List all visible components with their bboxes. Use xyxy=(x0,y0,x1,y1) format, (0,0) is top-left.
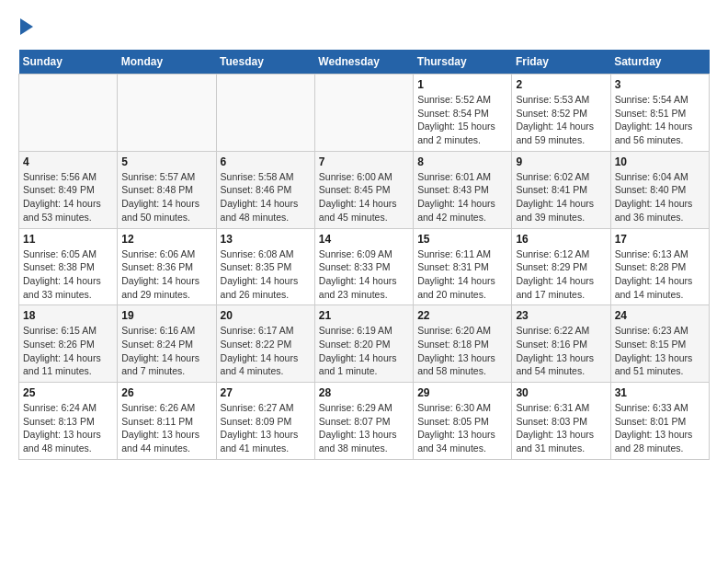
calendar-week-row: 18Sunrise: 6:15 AMSunset: 8:26 PMDayligh… xyxy=(19,305,710,383)
day-number: 30 xyxy=(516,386,606,399)
day-info: Sunrise: 6:26 AMSunset: 8:11 PMDaylight:… xyxy=(121,401,211,455)
page-header xyxy=(18,18,710,35)
day-number: 6 xyxy=(221,155,311,168)
calendar-day-cell: 28Sunrise: 6:29 AMSunset: 8:07 PMDayligh… xyxy=(314,383,413,460)
day-info: Sunrise: 6:16 AMSunset: 8:24 PMDaylight:… xyxy=(121,324,211,378)
calendar-day-cell xyxy=(19,75,118,152)
calendar-day-cell: 18Sunrise: 6:15 AMSunset: 8:26 PMDayligh… xyxy=(19,305,118,383)
day-info: Sunrise: 6:11 AMSunset: 8:31 PMDaylight:… xyxy=(417,247,507,302)
day-number: 31 xyxy=(615,386,705,399)
day-number: 2 xyxy=(516,78,606,91)
calendar-day-cell: 11Sunrise: 6:05 AMSunset: 8:38 PMDayligh… xyxy=(19,228,118,305)
day-number: 28 xyxy=(319,386,409,399)
day-info: Sunrise: 6:06 AMSunset: 8:36 PMDaylight:… xyxy=(121,247,211,302)
day-number: 9 xyxy=(516,155,606,168)
day-of-week-header: Friday xyxy=(512,50,610,75)
day-number: 22 xyxy=(417,309,507,322)
calendar-day-cell: 30Sunrise: 6:31 AMSunset: 8:03 PMDayligh… xyxy=(512,383,610,460)
calendar-table: SundayMondayTuesdayWednesdayThursdayFrid… xyxy=(18,50,710,460)
day-info: Sunrise: 5:56 AMSunset: 8:49 PMDaylight:… xyxy=(23,170,113,224)
calendar-day-cell: 1Sunrise: 5:52 AMSunset: 8:54 PMDaylight… xyxy=(414,75,512,152)
calendar-day-cell: 8Sunrise: 6:01 AMSunset: 8:43 PMDaylight… xyxy=(414,151,512,228)
day-info: Sunrise: 6:23 AMSunset: 8:15 PMDaylight:… xyxy=(615,324,705,378)
calendar-day-cell: 16Sunrise: 6:12 AMSunset: 8:29 PMDayligh… xyxy=(512,228,610,305)
calendar-day-cell: 25Sunrise: 6:24 AMSunset: 8:13 PMDayligh… xyxy=(19,383,118,460)
day-of-week-header: Saturday xyxy=(610,50,709,75)
day-info: Sunrise: 5:57 AMSunset: 8:48 PMDaylight:… xyxy=(121,170,211,224)
day-info: Sunrise: 6:19 AMSunset: 8:20 PMDaylight:… xyxy=(319,324,409,378)
calendar-week-row: 11Sunrise: 6:05 AMSunset: 8:38 PMDayligh… xyxy=(19,228,710,305)
calendar-week-row: 4Sunrise: 5:56 AMSunset: 8:49 PMDaylight… xyxy=(19,151,710,228)
calendar-day-cell: 4Sunrise: 5:56 AMSunset: 8:49 PMDaylight… xyxy=(19,151,118,228)
day-number: 3 xyxy=(615,78,705,91)
day-info: Sunrise: 6:02 AMSunset: 8:41 PMDaylight:… xyxy=(516,170,606,224)
day-number: 1 xyxy=(417,78,507,91)
day-number: 29 xyxy=(417,386,507,399)
day-number: 7 xyxy=(319,155,409,168)
calendar-week-row: 25Sunrise: 6:24 AMSunset: 8:13 PMDayligh… xyxy=(19,383,710,460)
day-info: Sunrise: 6:01 AMSunset: 8:43 PMDaylight:… xyxy=(417,170,507,224)
calendar-day-cell xyxy=(216,75,314,152)
calendar-day-cell: 22Sunrise: 6:20 AMSunset: 8:18 PMDayligh… xyxy=(414,305,512,383)
calendar-day-cell: 2Sunrise: 5:53 AMSunset: 8:52 PMDaylight… xyxy=(512,75,610,152)
calendar-day-cell: 5Sunrise: 5:57 AMSunset: 8:48 PMDaylight… xyxy=(118,151,216,228)
day-number: 20 xyxy=(221,309,311,322)
calendar-day-cell: 10Sunrise: 6:04 AMSunset: 8:40 PMDayligh… xyxy=(610,151,709,228)
calendar-day-cell: 21Sunrise: 6:19 AMSunset: 8:20 PMDayligh… xyxy=(314,305,413,383)
day-of-week-header: Sunday xyxy=(19,50,118,75)
calendar-day-cell: 29Sunrise: 6:30 AMSunset: 8:05 PMDayligh… xyxy=(414,383,512,460)
day-number: 23 xyxy=(516,309,606,322)
day-of-week-header: Thursday xyxy=(414,50,512,75)
calendar-day-cell: 27Sunrise: 6:27 AMSunset: 8:09 PMDayligh… xyxy=(216,383,314,460)
calendar-day-cell: 24Sunrise: 6:23 AMSunset: 8:15 PMDayligh… xyxy=(610,305,709,383)
day-info: Sunrise: 6:05 AMSunset: 8:38 PMDaylight:… xyxy=(23,247,113,302)
day-info: Sunrise: 6:04 AMSunset: 8:40 PMDaylight:… xyxy=(615,170,705,224)
calendar-day-cell: 15Sunrise: 6:11 AMSunset: 8:31 PMDayligh… xyxy=(414,228,512,305)
day-number: 26 xyxy=(121,386,211,399)
day-number: 8 xyxy=(417,155,507,168)
day-info: Sunrise: 5:52 AMSunset: 8:54 PMDaylight:… xyxy=(417,93,507,147)
calendar-day-cell: 23Sunrise: 6:22 AMSunset: 8:16 PMDayligh… xyxy=(512,305,610,383)
day-info: Sunrise: 6:00 AMSunset: 8:45 PMDaylight:… xyxy=(319,170,409,224)
day-of-week-header: Monday xyxy=(118,50,216,75)
day-info: Sunrise: 5:58 AMSunset: 8:46 PMDaylight:… xyxy=(221,170,311,224)
logo xyxy=(18,18,33,35)
day-of-week-header: Tuesday xyxy=(216,50,314,75)
day-info: Sunrise: 6:15 AMSunset: 8:26 PMDaylight:… xyxy=(23,324,113,378)
day-info: Sunrise: 6:29 AMSunset: 8:07 PMDaylight:… xyxy=(319,401,409,455)
day-number: 25 xyxy=(23,386,113,399)
day-info: Sunrise: 5:53 AMSunset: 8:52 PMDaylight:… xyxy=(516,93,606,147)
calendar-day-cell: 12Sunrise: 6:06 AMSunset: 8:36 PMDayligh… xyxy=(118,228,216,305)
calendar-day-cell: 31Sunrise: 6:33 AMSunset: 8:01 PMDayligh… xyxy=(610,383,709,460)
calendar-header-row: SundayMondayTuesdayWednesdayThursdayFrid… xyxy=(19,50,710,75)
day-number: 5 xyxy=(121,155,211,168)
day-number: 14 xyxy=(319,233,409,246)
day-number: 24 xyxy=(615,309,705,322)
calendar-week-row: 1Sunrise: 5:52 AMSunset: 8:54 PMDaylight… xyxy=(19,75,710,152)
day-number: 10 xyxy=(615,155,705,168)
day-number: 19 xyxy=(121,309,211,322)
calendar-day-cell: 20Sunrise: 6:17 AMSunset: 8:22 PMDayligh… xyxy=(216,305,314,383)
day-info: Sunrise: 5:54 AMSunset: 8:51 PMDaylight:… xyxy=(615,93,705,147)
day-info: Sunrise: 6:33 AMSunset: 8:01 PMDaylight:… xyxy=(615,401,705,455)
day-info: Sunrise: 6:12 AMSunset: 8:29 PMDaylight:… xyxy=(516,247,606,302)
day-number: 4 xyxy=(23,155,113,168)
calendar-day-cell xyxy=(118,75,216,152)
day-info: Sunrise: 6:22 AMSunset: 8:16 PMDaylight:… xyxy=(516,324,606,378)
day-number: 13 xyxy=(221,233,311,246)
calendar-day-cell xyxy=(314,75,413,152)
day-number: 21 xyxy=(319,309,409,322)
calendar-day-cell: 26Sunrise: 6:26 AMSunset: 8:11 PMDayligh… xyxy=(118,383,216,460)
calendar-day-cell: 7Sunrise: 6:00 AMSunset: 8:45 PMDaylight… xyxy=(314,151,413,228)
calendar-day-cell: 9Sunrise: 6:02 AMSunset: 8:41 PMDaylight… xyxy=(512,151,610,228)
day-number: 17 xyxy=(615,233,705,246)
calendar-day-cell: 17Sunrise: 6:13 AMSunset: 8:28 PMDayligh… xyxy=(610,228,709,305)
day-info: Sunrise: 6:24 AMSunset: 8:13 PMDaylight:… xyxy=(23,401,113,455)
day-info: Sunrise: 6:13 AMSunset: 8:28 PMDaylight:… xyxy=(615,247,705,302)
day-number: 12 xyxy=(121,233,211,246)
calendar-day-cell: 3Sunrise: 5:54 AMSunset: 8:51 PMDaylight… xyxy=(610,75,709,152)
day-of-week-header: Wednesday xyxy=(314,50,413,75)
day-info: Sunrise: 6:31 AMSunset: 8:03 PMDaylight:… xyxy=(516,401,606,455)
calendar-day-cell: 6Sunrise: 5:58 AMSunset: 8:46 PMDaylight… xyxy=(216,151,314,228)
calendar-day-cell: 13Sunrise: 6:08 AMSunset: 8:35 PMDayligh… xyxy=(216,228,314,305)
